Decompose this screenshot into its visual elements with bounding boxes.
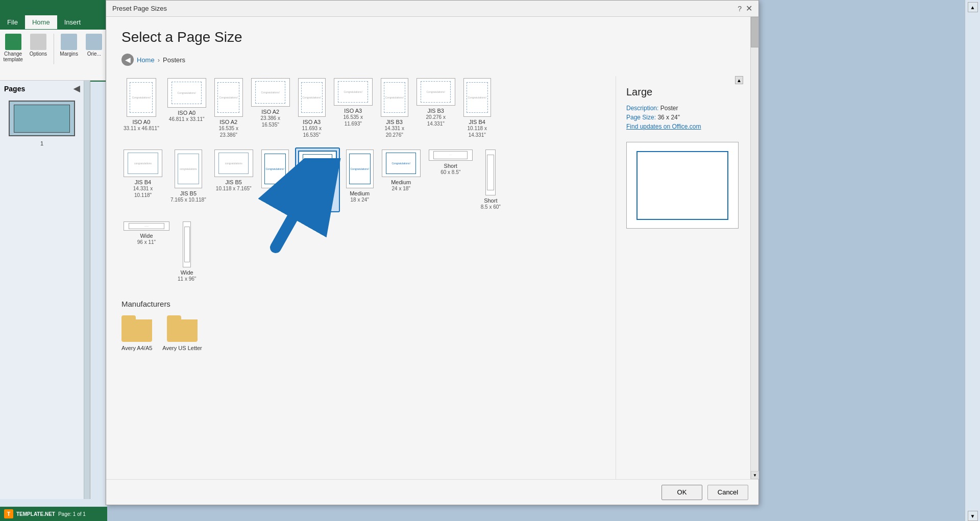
orientation-button[interactable]: Orie... [83, 34, 105, 57]
size-item-iso-a0-portrait[interactable]: Congratulations! ISO A0 33.11 x 46.811" [121, 76, 161, 140]
size-preview: Congratulations! [463, 78, 491, 117]
size-label: Page Size: [626, 114, 657, 121]
panel-info: Description: Poster Page Size: 36 x 24" … [626, 103, 743, 131]
scroll-up-arrow[interactable]: ▲ [735, 76, 743, 84]
size-item-jis-b3-landscape[interactable]: Congratulations! JIS B3 20.276 x14.331" [414, 76, 457, 140]
size-item-jis-b3-portrait[interactable]: Congratulations! JIS B3 14.331 x20.276" [379, 76, 410, 140]
page-number: 1 [0, 140, 84, 146]
ribbon-content: Change template Options Margins Orie... [0, 30, 107, 81]
office-link[interactable]: Find updates on Office.com [626, 123, 701, 130]
size-item-iso-a0-landscape[interactable]: Congratulations! ISO A0 46.811 x 33.11" [165, 76, 208, 140]
size-item-short-wide[interactable]: ····· Short 60 x 8.5" [427, 147, 475, 212]
size-preview: Congratulations! [381, 78, 408, 117]
size-item-short-tall[interactable]: Short 8.5 x 60" [479, 147, 503, 212]
scroll-down-btn-dialog[interactable]: ▼ [751, 471, 759, 479]
dialog-heading: Select a Page Size [121, 29, 743, 45]
edge-scroll-up[interactable]: ▲ [968, 2, 978, 12]
page-info: Page: 1 of 1 [58, 511, 86, 517]
size-item-medium-landscape[interactable]: Congratulations! Medium 24 x 18" [380, 147, 423, 212]
margins-button[interactable]: Margins [58, 34, 80, 57]
panel-title: Large [626, 86, 743, 98]
panel-preview-inner [636, 151, 728, 220]
manufacturers-section: Manufacturers Avery A4/A5 [121, 300, 610, 351]
folder-icon-avery-a4a5 [121, 315, 152, 342]
size-preview: Congratulations! [334, 78, 373, 106]
dialog-titlebar: Preset Page Sizes ? ✕ [106, 1, 758, 17]
preset-page-sizes-dialog: Preset Page Sizes ? ✕ Select a Page Size… [106, 0, 759, 505]
size-item-wide-landscape[interactable]: —— Wide 96 x 11" [121, 219, 172, 284]
ribbon-tabs: File Home Insert [0, 15, 107, 29]
size-value: 36 x 24" [657, 114, 680, 121]
options-icon [30, 34, 46, 50]
size-preview: congratulations [214, 150, 253, 177]
size-item-iso-a3-portrait[interactable]: Congratulations! ISO A3 11.693 x16.535" [296, 76, 328, 140]
right-edge-panel: ▲ ▼ [965, 0, 980, 521]
ribbon-area: File Home Insert Change template Options… [0, 0, 107, 82]
size-item-jis-b5-portrait[interactable]: congratulations JIS B5 7.165 x 10.118" [168, 147, 208, 212]
pages-panel-collapse[interactable]: ◀ [74, 84, 80, 93]
change-template-button[interactable]: Change template [2, 34, 24, 62]
orient-icon [86, 34, 102, 50]
brand-logo: T [4, 509, 13, 518]
breadcrumb-back[interactable]: ◀ [121, 54, 134, 66]
breadcrumb: ◀ Home › Posters [121, 54, 743, 66]
tab-home[interactable]: Home [25, 15, 57, 29]
right-panel: ▲ Large Description: Poster Page Size: 3… [616, 76, 743, 494]
scrollbar-thumb[interactable] [751, 17, 759, 47]
pages-panel-header: Pages ◀ [0, 81, 84, 96]
options-button[interactable]: Options [27, 34, 49, 57]
panel-preview-box [626, 142, 739, 229]
grid-area: Congratulations! ISO A0 33.11 x 46.811" … [121, 76, 616, 494]
size-item-iso-a2-portrait[interactable]: Congratulations! ISO A2 16.535 x23.386" [212, 76, 245, 140]
size-item-jis-b4-portrait[interactable]: Congratulations! JIS B4 10.118 x14.331" [461, 76, 493, 140]
dialog-controls: ? ✕ [738, 4, 752, 13]
size-item-iso-a3-landscape[interactable]: Congratulations! ISO A3 16.535 x11.693" [332, 76, 375, 140]
size-item-medium-portrait[interactable]: Congratulations! Medium 18 x 24" [344, 147, 376, 212]
help-icon[interactable]: ? [738, 5, 742, 13]
tab-file[interactable]: File [0, 15, 25, 29]
change-icon [5, 34, 21, 50]
pages-panel: Pages ◀ 1 [0, 81, 84, 499]
size-preview: Congratulations! [298, 78, 326, 117]
size-preview: Congratulations! [127, 78, 156, 117]
size-preview: Congratulations! [416, 78, 455, 106]
content-split: Congratulations! ISO A0 33.11 x 46.811" … [121, 76, 743, 494]
dialog-scrollbar: ▲ ▼ [750, 17, 758, 479]
margins-icon [61, 34, 77, 50]
manufacturer-avery-a4a5[interactable]: Avery A4/A5 [121, 315, 152, 351]
folder-icon-avery-us-letter [167, 315, 198, 342]
panel-size: Page Size: 36 x 24" [626, 112, 743, 121]
size-preview: Congratulations! [251, 78, 290, 107]
ok-button[interactable]: OK [662, 485, 702, 500]
dialog-title: Preset Page Sizes [112, 5, 167, 12]
brand-name: TEMPLATE.NET [16, 511, 55, 517]
size-item-large-landscape[interactable]: Congratulations! Large 36 x 24" [295, 147, 340, 212]
divider [54, 34, 54, 64]
dialog-body: Select a Page Size ◀ Home › Posters Cong… [106, 17, 758, 505]
size-preview: congratulations [124, 150, 162, 177]
breadcrumb-separator: › [158, 56, 160, 64]
size-preview [485, 150, 496, 195]
panel-description: Description: Poster [626, 103, 743, 112]
tab-insert[interactable]: Insert [57, 15, 88, 29]
edge-scroll-down[interactable]: ▼ [968, 511, 978, 521]
manufacturer-name-avery-us-letter: Avery US Letter [162, 345, 202, 351]
size-preview: Congratulations! [167, 78, 206, 108]
size-item-jis-b5-landscape[interactable]: congratulations JIS B5 10.118 x 7.165" [212, 147, 255, 212]
close-icon[interactable]: ✕ [746, 4, 752, 13]
page-thumbnail[interactable] [9, 101, 75, 136]
size-preview [183, 221, 191, 267]
size-item-large-portrait[interactable]: Congratulations! Large 24 x 36" [259, 147, 291, 212]
size-preview-selected: Congratulations! [298, 151, 337, 178]
size-item-iso-a2-landscape[interactable]: Congratulations! ISO A2 23.386 x16.535" [249, 76, 292, 140]
statusbar: T TEMPLATE.NET Page: 1 of 1 [0, 507, 107, 521]
breadcrumb-home[interactable]: Home [137, 56, 155, 64]
pages-panel-title: Pages [4, 85, 25, 93]
desc-value: Poster [660, 105, 678, 112]
manufacturers-label: Manufacturers [121, 300, 610, 308]
size-item-wide-tall[interactable]: Wide 11 x 96" [176, 219, 198, 284]
size-preview: Congratulations! [214, 78, 243, 117]
cancel-button[interactable]: Cancel [707, 485, 748, 500]
size-item-jis-b4-landscape[interactable]: congratulations JIS B4 14.331 x10.118" [121, 147, 164, 212]
manufacturer-avery-us-letter[interactable]: Avery US Letter [162, 315, 202, 351]
